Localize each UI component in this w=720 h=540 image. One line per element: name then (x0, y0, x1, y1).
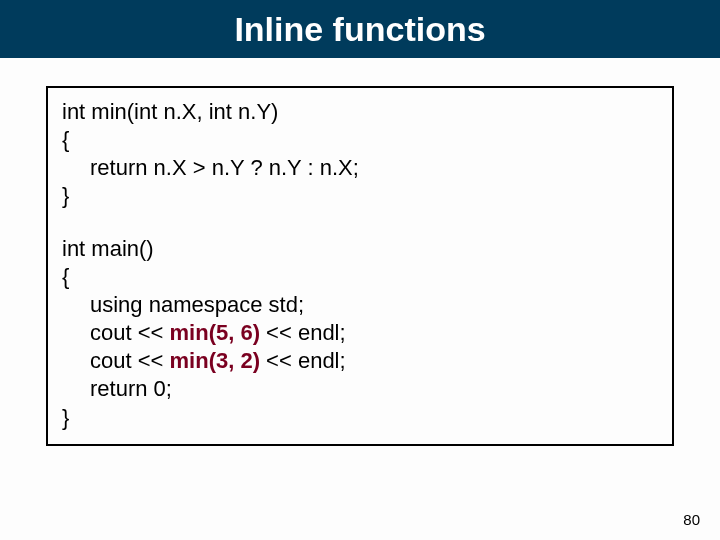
code-line: { (62, 263, 658, 291)
code-block: int min(int n.X, int n.Y) { return n.X >… (46, 86, 674, 446)
code-line: int min(int n.X, int n.Y) (62, 98, 658, 126)
page-number: 80 (683, 511, 700, 528)
code-text: << endl; (260, 320, 346, 345)
code-line: return 0; (62, 375, 658, 403)
slide-title: Inline functions (234, 10, 485, 49)
slide-title-bar: Inline functions (0, 0, 720, 58)
code-line: cout << min(3, 2) << endl; (62, 347, 658, 375)
code-line: int main() (62, 235, 658, 263)
code-line: return n.X > n.Y ? n.Y : n.X; (62, 154, 658, 182)
code-line: using namespace std; (62, 291, 658, 319)
code-line: cout << min(5, 6) << endl; (62, 319, 658, 347)
code-text: cout << (90, 348, 170, 373)
code-line: } (62, 404, 658, 432)
highlight-call: min(5, 6) (170, 320, 260, 345)
code-line: } (62, 182, 658, 210)
highlight-call: min(3, 2) (170, 348, 260, 373)
code-text: << endl; (260, 348, 346, 373)
code-line: { (62, 126, 658, 154)
code-text: cout << (90, 320, 170, 345)
